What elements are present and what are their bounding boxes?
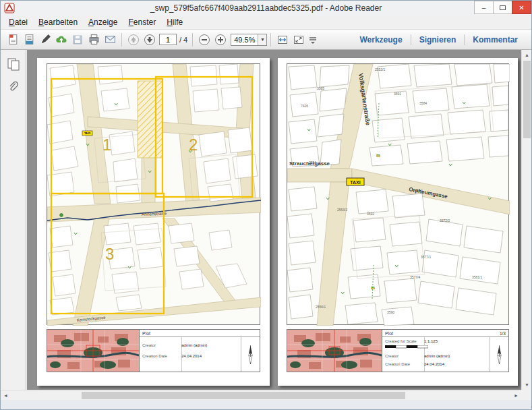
parcel-number: 2553/2 bbox=[337, 208, 348, 212]
page1-map: TAXI Annenstraße Kernstockgasse 1 bbox=[47, 63, 260, 325]
creation-date-value: 24.04.2014 bbox=[181, 354, 202, 358]
parcel-number: 3577/1 bbox=[421, 255, 432, 259]
vertical-scrollbar[interactable]: ▲ ▼ bbox=[521, 50, 531, 390]
open-file-icon[interactable] bbox=[5, 32, 21, 48]
page1-taxi-sign: TAXI bbox=[82, 131, 92, 136]
navigation-pane-strip bbox=[1, 50, 26, 390]
window-title: _swp_579f5afc667f409aab2911aabdec5325.pd… bbox=[1, 3, 531, 13]
save-icon[interactable] bbox=[69, 32, 86, 48]
scroll-right-arrow-icon[interactable]: ► bbox=[511, 390, 521, 401]
page2-plot-table: Plot 1/3 Created for Scale 1:1,125 bbox=[382, 330, 508, 372]
menu-fenster[interactable]: Fenster bbox=[123, 16, 161, 28]
zoom-in-icon[interactable] bbox=[212, 32, 229, 48]
toolbar-right-group: Werkzeuge Signieren Kommentar bbox=[351, 32, 526, 47]
previous-page-icon[interactable] bbox=[125, 32, 142, 48]
creation-date-label: Creation Date bbox=[385, 362, 424, 366]
minimize-button[interactable]: – bbox=[474, 1, 494, 14]
creation-date-value: 24.04.2014 bbox=[424, 362, 444, 366]
page2-map: 2553/1 3585 3591 7426 3584 2554 2555/1 2… bbox=[287, 63, 509, 325]
menu-bearbeiten[interactable]: Bearbeiten bbox=[33, 16, 83, 28]
page2-map-canvas: 2553/1 3585 3591 7426 3584 2554 2555/1 2… bbox=[287, 64, 510, 326]
toolbar-separator bbox=[192, 33, 193, 47]
menu-datei[interactable]: Datei bbox=[3, 16, 33, 28]
zoom-dropdown-arrow-icon[interactable]: ▼ bbox=[258, 34, 266, 45]
page-thumbnails-icon[interactable] bbox=[5, 55, 22, 73]
next-page-icon[interactable] bbox=[142, 32, 158, 48]
scroll-left-arrow-icon[interactable]: ◄ bbox=[1, 390, 11, 401]
attachments-paperclip-icon[interactable] bbox=[5, 78, 22, 96]
customize-toolbar-icon[interactable] bbox=[307, 32, 319, 48]
parcel-number: 3581/1 bbox=[472, 275, 483, 279]
page1-plot-table: Plot Creator admin (admin) Creation Date… bbox=[140, 330, 260, 372]
page1-green-marker bbox=[60, 214, 63, 217]
parcel-number: 2556/1 bbox=[316, 305, 326, 309]
page2-plot-infobox: Plot 1/3 Created for Scale 1:1,125 bbox=[287, 329, 509, 372]
title-bar: _swp_579f5afc667f409aab2911aabdec5325.pd… bbox=[1, 1, 531, 16]
adobe-reader-window: _swp_579f5afc667f409aab2911aabdec5325.pd… bbox=[0, 0, 532, 410]
adobe-reader-icon bbox=[4, 3, 15, 13]
page-total-label: / 4 bbox=[179, 36, 187, 44]
window-controls: – ✕ bbox=[475, 1, 531, 16]
creator-label: Creator bbox=[142, 343, 181, 347]
vertical-scroll-thumb[interactable] bbox=[523, 61, 531, 138]
maximize-button[interactable] bbox=[493, 1, 512, 14]
region-label-2: 2 bbox=[189, 136, 198, 154]
toolbar-separator bbox=[270, 33, 271, 47]
tree-area-marker: m bbox=[376, 153, 380, 158]
zoom-out-icon[interactable] bbox=[196, 32, 212, 48]
plot-title: Plot bbox=[385, 331, 393, 336]
scroll-down-arrow-icon[interactable]: ▼ bbox=[522, 380, 532, 390]
scroll-up-arrow-icon[interactable]: ▲ bbox=[522, 50, 532, 60]
region-label-1: 1 bbox=[102, 136, 111, 154]
create-pdf-icon[interactable] bbox=[21, 32, 37, 48]
parcel-number: 3577/4 bbox=[410, 275, 421, 279]
page1-overview-satellite-thumbnail bbox=[47, 330, 140, 372]
scale-bar bbox=[385, 345, 488, 349]
svg-text:TAXI: TAXI bbox=[350, 180, 360, 185]
page1-map-canvas: TAXI Annenstraße Kernstockgasse 1 bbox=[47, 64, 261, 326]
print-icon[interactable] bbox=[86, 32, 102, 48]
parcel-number: 3591 bbox=[394, 92, 401, 96]
parcel-number: 3372/2 bbox=[440, 218, 450, 223]
signieren-button[interactable]: Signieren bbox=[411, 32, 465, 47]
plot-page-indicator: 1/3 bbox=[500, 331, 506, 336]
creation-date-label: Creation Date bbox=[142, 354, 181, 358]
tree-area-marker: m bbox=[371, 285, 375, 290]
creator-label: Creator bbox=[385, 354, 424, 358]
sign-pen-icon[interactable] bbox=[37, 32, 53, 48]
scale-label: Created for Scale bbox=[385, 339, 424, 343]
email-icon[interactable] bbox=[102, 32, 118, 48]
horizontal-scrollbar[interactable]: ◄ ► bbox=[1, 390, 521, 400]
fit-width-icon[interactable] bbox=[274, 32, 291, 48]
horizontal-scroll-thumb[interactable] bbox=[82, 392, 405, 399]
zoom-level-select[interactable]: 49.5% ▼ bbox=[231, 34, 267, 46]
page2-taxi-sign: TAXI bbox=[347, 178, 364, 185]
close-button[interactable]: ✕ bbox=[512, 1, 531, 14]
document-viewport[interactable]: TAXI Annenstraße Kernstockgasse 1 bbox=[27, 50, 521, 390]
street-label-strauchergasse: Strauchergasse bbox=[289, 160, 330, 167]
plot-title: Plot bbox=[142, 331, 150, 336]
menu-anzeige[interactable]: Anzeige bbox=[83, 16, 123, 28]
page1-hatched-area bbox=[138, 81, 162, 158]
menu-bar: Datei Bearbeiten Anzeige Fenster Hilfe bbox=[1, 16, 531, 30]
werkzeuge-button[interactable]: Werkzeuge bbox=[351, 32, 410, 47]
parcel-number: 3585 bbox=[317, 86, 324, 90]
parcel-number: 2553/1 bbox=[375, 67, 386, 71]
cloud-upload-icon[interactable] bbox=[53, 32, 69, 48]
kommentar-button[interactable]: Kommentar bbox=[465, 32, 526, 47]
fullscreen-icon[interactable] bbox=[291, 32, 307, 48]
region-label-3: 3 bbox=[105, 245, 114, 263]
pdf-page-1[interactable]: TAXI Annenstraße Kernstockgasse 1 bbox=[37, 58, 270, 386]
creator-value: admin (admin) bbox=[181, 343, 207, 347]
window-bottom-frame bbox=[1, 400, 531, 409]
menu-hilfe[interactable]: Hilfe bbox=[161, 16, 188, 28]
pdf-page-2[interactable]: 2553/1 3585 3591 7426 3584 2554 2555/1 2… bbox=[278, 58, 518, 386]
svg-text:TAXI: TAXI bbox=[84, 131, 90, 135]
page1-plot-infobox: Plot Creator admin (admin) Creation Date… bbox=[47, 329, 260, 372]
page-number-input[interactable] bbox=[159, 34, 177, 45]
compass-north-icon bbox=[241, 337, 260, 372]
parcel-number: 3592 bbox=[367, 212, 374, 216]
toolbar-separator bbox=[121, 33, 122, 47]
parcel-number: 3584 bbox=[419, 101, 427, 105]
toolbar: / 4 49.5% ▼ Werkzeuge Signieren Kommenta… bbox=[1, 30, 531, 50]
